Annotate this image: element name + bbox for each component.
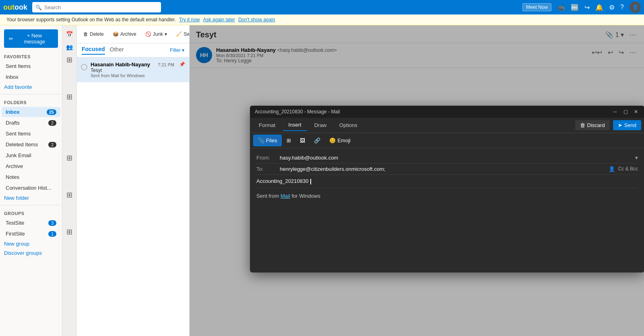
compose-title: Accounting_20210830 - Message - Mail	[255, 109, 340, 115]
files-icon: 📎	[258, 137, 264, 143]
filter-chevron-icon: ▾	[182, 47, 184, 53]
sweep-icon: 🧹	[176, 31, 182, 37]
discard-icon: 🗑	[580, 122, 585, 128]
tab-other[interactable]: Other	[110, 46, 124, 54]
icon-strip-calendar[interactable]: 📅	[64, 29, 75, 40]
search-box[interactable]: 🔍	[32, 2, 161, 12]
dont-show-link[interactable]: Don't show again	[238, 17, 275, 23]
icon-strip-windows1[interactable]: ⊞	[64, 54, 75, 66]
icon-strip-windows5[interactable]: ⊞	[64, 226, 75, 238]
meet-now-button[interactable]: Meet Now	[522, 3, 551, 11]
from-dropdown-icon[interactable]: ▾	[635, 155, 638, 161]
notifications-icon[interactable]: 🔔	[595, 4, 603, 11]
ask-again-link[interactable]: Ask again later	[203, 17, 235, 23]
discard-button[interactable]: 🗑 Discard	[575, 120, 610, 130]
compose-body: From: hasy.habib@outlook.com ▾ To: henry…	[250, 148, 644, 272]
folders-label: Folders	[0, 97, 62, 107]
sidebar-item-testsite[interactable]: TestSite 3	[2, 218, 60, 228]
people-icon[interactable]: 👤	[609, 166, 615, 172]
groups-label: Groups	[0, 208, 62, 217]
insert-table-button[interactable]: ⊞	[283, 135, 295, 145]
compose-text-area[interactable]: Sent from Mail for Windows	[256, 188, 638, 268]
compose-tab-insert[interactable]: Insert	[283, 119, 307, 131]
new-group-link[interactable]: New group	[0, 239, 62, 248]
profile-icon[interactable]: 👤	[630, 2, 641, 13]
new-folder-link[interactable]: New folder	[0, 193, 62, 203]
icon-strip-windows4[interactable]: ⊞	[64, 189, 75, 201]
sidebar-item-archive[interactable]: Archive	[2, 161, 60, 171]
try-it-now-link[interactable]: Try it now	[179, 17, 200, 23]
archive-button[interactable]: 📦 Archive	[109, 30, 140, 39]
cursor-caret	[310, 179, 311, 184]
insert-files-button[interactable]: 📎 Files	[253, 135, 282, 146]
to-label: To:	[256, 166, 277, 172]
compose-tab-draw[interactable]: Draw	[309, 120, 332, 131]
sidebar-item-deleted[interactable]: Deleted Items 2	[2, 139, 60, 150]
sidebar: ✏ + New message Favorites Sent Items Inb…	[0, 25, 62, 336]
icon-strip-windows2[interactable]: ⊞	[64, 91, 75, 102]
filter-button[interactable]: Filter ▾	[170, 47, 184, 53]
discover-groups-link[interactable]: Discover groups	[0, 248, 62, 258]
compose-tab-options[interactable]: Options	[334, 120, 363, 131]
top-bar: outook 🔍 Meet Now 📹 🔤 ↪ 🔔 ⚙ ? 👤	[0, 0, 644, 14]
junk-button[interactable]: 🚫 Junk ▾	[142, 30, 170, 39]
insert-image-button[interactable]: 🖼	[296, 135, 309, 145]
icon-strip: 📅 👥 ⊞ ⊞ ⊞ ⊞ ⊞	[62, 25, 77, 336]
email-item[interactable]: Hasanain Habib-Nayany 7:21 PM Tesyt Sent…	[77, 57, 189, 82]
icon-strip-windows3[interactable]: ⊞	[64, 152, 75, 164]
compose-subject[interactable]: Accounting_20210830	[256, 175, 638, 188]
email-list-tabs: Focused Other Filter ▾	[77, 43, 189, 57]
minimize-button[interactable]: ─	[611, 108, 619, 115]
tab-focused[interactable]: Focused	[82, 46, 105, 55]
search-input[interactable]	[44, 4, 158, 10]
pin-icon: 📌	[179, 61, 185, 67]
sidebar-item-inbox-fav[interactable]: Inbox	[2, 72, 60, 82]
notification-message: Your browser supports setting Outlook on…	[6, 17, 176, 23]
junk-chevron: ▾	[165, 31, 167, 37]
insert-link-button[interactable]: 🔗	[310, 135, 324, 145]
cc-bcc-button[interactable]: Cc & Bcc	[618, 166, 638, 172]
sweep-button[interactable]: 🧹 Sweep	[173, 30, 190, 39]
email-time: 7:21 PM	[158, 62, 174, 67]
add-favorite-link[interactable]: Add favorite	[0, 82, 62, 92]
compose-window: Accounting_20210830 - Message - Mail ─ ▢…	[250, 106, 644, 272]
forward-icon[interactable]: ↪	[584, 4, 590, 11]
settings-icon[interactable]: ⚙	[609, 4, 615, 11]
mail-link[interactable]: Mail	[281, 193, 290, 199]
sidebar-item-inbox[interactable]: Inbox 25	[2, 107, 60, 117]
restore-button[interactable]: ▢	[622, 108, 629, 115]
compose-window-controls: ─ ▢ ✕	[611, 108, 640, 115]
image-icon: 🖼	[300, 137, 305, 143]
to-field-actions: 👤 Cc & Bcc	[609, 166, 638, 172]
video-call-icon[interactable]: 📹	[557, 4, 565, 11]
email-list-panel: 🗑 Delete 📦 Archive 🚫 Junk ▾ 🧹 Sweep 📂 Mo…	[77, 25, 190, 336]
email-radio[interactable]	[81, 64, 87, 70]
to-value: henrylegge@citizenbuilders.onmicrosoft.c…	[280, 166, 605, 172]
compose-titlebar: Accounting_20210830 - Message - Mail ─ ▢…	[250, 106, 644, 118]
top-bar-actions: Meet Now 📹 🔤 ↪ 🔔 ⚙ ? 👤	[522, 2, 641, 13]
delete-icon: 🗑	[83, 31, 88, 37]
translate-icon[interactable]: 🔤	[571, 4, 579, 11]
new-message-button[interactable]: ✏ + New message	[4, 29, 58, 48]
delete-button[interactable]: 🗑 Delete	[80, 30, 107, 39]
send-button[interactable]: ➤ Send	[613, 120, 641, 130]
app-logo: outook	[3, 3, 27, 12]
sidebar-item-firstsite[interactable]: FirstSite 1	[2, 229, 60, 239]
link-icon: 🔗	[314, 137, 320, 143]
from-value: hasy.habib@outlook.com	[280, 155, 632, 161]
compose-tab-format[interactable]: Format	[253, 120, 281, 131]
email-meta: Hasanain Habib-Nayany 7:21 PM	[91, 61, 174, 68]
main-layout: ✏ + New message Favorites Sent Items Inb…	[0, 25, 644, 336]
compose-to-field[interactable]: To: henrylegge@citizenbuilders.onmicroso…	[256, 164, 638, 175]
reading-pane: Tesyt 📎 1 ▾ ⋯ HH Hasanain Habib-Nayany <…	[190, 25, 644, 336]
insert-emoji-button[interactable]: 😊 Emoji	[325, 135, 355, 145]
icon-strip-people[interactable]: 👥	[64, 41, 75, 53]
sidebar-item-conversation-hist[interactable]: Conversation Hist...	[2, 183, 60, 193]
close-button[interactable]: ✕	[632, 108, 640, 115]
sidebar-item-sent-items-fav[interactable]: Sent Items	[2, 61, 60, 71]
help-icon[interactable]: ?	[620, 4, 624, 11]
sidebar-item-notes[interactable]: Notes	[2, 172, 60, 182]
sidebar-item-sent[interactable]: Sent Items	[2, 129, 60, 139]
sidebar-item-junk[interactable]: Junk Email	[2, 150, 60, 160]
sidebar-item-drafts[interactable]: Drafts 2	[2, 118, 60, 128]
